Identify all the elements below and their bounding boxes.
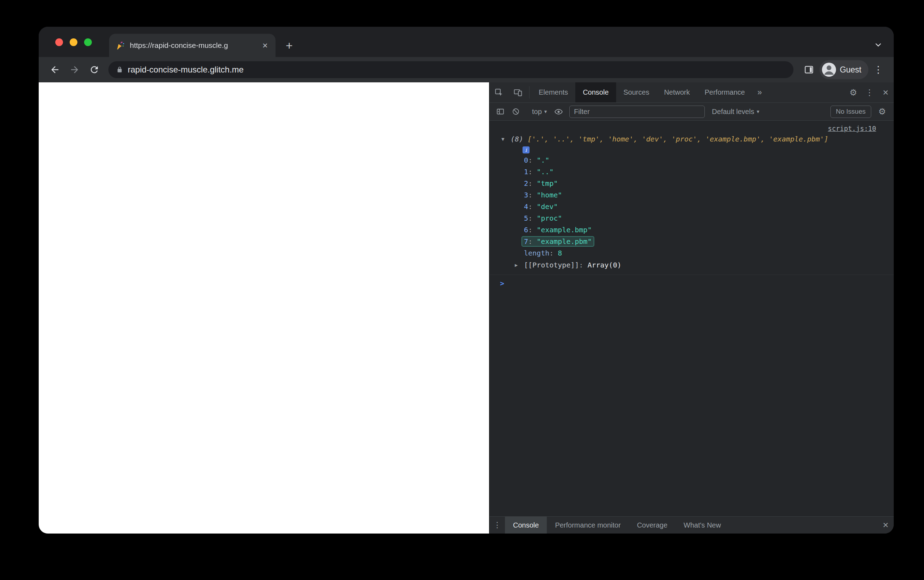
issues-button[interactable]: No Issues bbox=[830, 105, 871, 118]
array-item: 2: "tmp" bbox=[490, 178, 894, 189]
context-label: top bbox=[532, 108, 542, 116]
prototype-key: [[Prototype]] bbox=[524, 261, 579, 269]
tab-sources[interactable]: Sources bbox=[616, 82, 657, 102]
window-content: Elements Console Sources Network Perform… bbox=[39, 82, 894, 534]
drawer-tab-console[interactable]: Console bbox=[505, 517, 547, 534]
array-item: 4: "dev" bbox=[490, 201, 894, 213]
array-preview-text: ['.', '..', 'tmp', 'home', 'dev', 'proc'… bbox=[528, 135, 828, 143]
page-content bbox=[39, 82, 489, 534]
log-levels-selector[interactable]: Default levels ▾ bbox=[708, 108, 763, 116]
log-levels-label: Default levels bbox=[712, 108, 754, 116]
item-key: 6 bbox=[524, 226, 528, 234]
browser-menu-button[interactable]: ⋮ bbox=[870, 61, 887, 78]
drawer-tab-whats-new[interactable]: What's New bbox=[676, 517, 729, 534]
drawer-tab-performance-monitor[interactable]: Performance monitor bbox=[547, 517, 629, 534]
drawer-spacer bbox=[729, 517, 878, 534]
back-button[interactable] bbox=[46, 61, 64, 79]
devtools-close-button[interactable]: × bbox=[878, 82, 894, 102]
collapsed-triangle-icon[interactable]: ▶ bbox=[515, 259, 524, 271]
item-value: "." bbox=[537, 156, 549, 164]
item-value: "proc" bbox=[537, 214, 562, 222]
console-prompt[interactable]: > bbox=[490, 275, 894, 288]
tab-console[interactable]: Console bbox=[575, 82, 616, 102]
item-key: 7 bbox=[524, 237, 528, 246]
tab-title: https://rapid-concise-muscle.g bbox=[130, 41, 256, 49]
item-colon: : bbox=[528, 203, 537, 211]
browser-toolbar: rapid-concise-muscle.glitch.me Guest ⋮ bbox=[39, 57, 894, 82]
drawer-menu-button[interactable]: ⋮ bbox=[490, 517, 505, 534]
tabbar-spacer bbox=[767, 82, 845, 102]
devtools-menu-button[interactable]: ⋮ bbox=[862, 82, 878, 102]
profile-chip[interactable]: Guest bbox=[819, 60, 868, 79]
item-colon: : bbox=[579, 261, 588, 269]
prompt-chevron-icon: > bbox=[500, 279, 504, 288]
tab-network[interactable]: Network bbox=[657, 82, 697, 102]
new-tab-button[interactable]: + bbox=[281, 37, 297, 53]
source-location-link[interactable]: script.js:10 bbox=[828, 124, 876, 133]
window-minimize-button[interactable] bbox=[70, 38, 77, 46]
more-tabs-button[interactable]: » bbox=[752, 82, 767, 102]
tab-close-button[interactable]: × bbox=[260, 40, 270, 51]
item-key: 3 bbox=[524, 191, 528, 199]
drawer-close-button[interactable]: × bbox=[878, 517, 894, 534]
drawer-tab-coverage[interactable]: Coverage bbox=[629, 517, 676, 534]
array-item: 1: ".." bbox=[490, 166, 894, 178]
tab-performance[interactable]: Performance bbox=[697, 82, 753, 102]
item-colon: : bbox=[528, 191, 537, 199]
info-icon: i bbox=[523, 147, 529, 153]
party-popper-favicon bbox=[115, 41, 125, 50]
context-selector[interactable]: top ▾ bbox=[528, 108, 550, 116]
item-value: "example.pbm" bbox=[537, 237, 592, 246]
info-row: i bbox=[490, 145, 894, 155]
array-item: 5: "proc" bbox=[490, 213, 894, 224]
console-sidebar-icon[interactable] bbox=[493, 104, 508, 119]
item-value: "home" bbox=[537, 191, 562, 199]
prototype-value: Array(0) bbox=[588, 261, 621, 269]
array-length-row: length: 8 bbox=[490, 247, 894, 259]
array-item-highlighted: 7: "example.pbm" bbox=[490, 236, 894, 247]
live-expression-eye-icon[interactable] bbox=[551, 104, 566, 119]
item-value: "example.bmp" bbox=[537, 226, 592, 234]
expand-triangle-icon[interactable]: ▼ bbox=[501, 133, 511, 145]
side-panel-button[interactable] bbox=[800, 61, 818, 79]
reload-button[interactable] bbox=[85, 61, 104, 79]
array-count: (8) bbox=[511, 135, 523, 143]
browser-tab[interactable]: https://rapid-concise-muscle.g × bbox=[109, 34, 276, 57]
item-colon: : bbox=[528, 179, 537, 188]
window-zoom-button[interactable] bbox=[84, 38, 92, 46]
filter-input[interactable] bbox=[569, 105, 705, 118]
console-settings-gear-icon[interactable]: ⚙ bbox=[874, 107, 890, 117]
item-colon: : bbox=[549, 249, 558, 257]
profile-name: Guest bbox=[840, 65, 862, 75]
devtools-settings-gear-icon[interactable]: ⚙ bbox=[845, 82, 862, 102]
lock-icon bbox=[116, 66, 123, 73]
item-colon: : bbox=[528, 237, 537, 246]
item-key: 5 bbox=[524, 214, 528, 222]
window-close-button[interactable] bbox=[55, 38, 63, 46]
length-key: length bbox=[524, 249, 549, 257]
array-item: 6: "example.bmp" bbox=[490, 224, 894, 236]
array-item: 3: "home" bbox=[490, 189, 894, 201]
tab-elements[interactable]: Elements bbox=[531, 82, 575, 102]
devtools-tabbar: Elements Console Sources Network Perform… bbox=[490, 82, 894, 103]
device-toolbar-icon[interactable] bbox=[508, 82, 528, 102]
prototype-row: ▶[[Prototype]]: Array(0) bbox=[490, 259, 894, 271]
item-key: 0 bbox=[524, 156, 528, 164]
tab-search-chevron-icon[interactable] bbox=[873, 40, 883, 50]
forward-button[interactable] bbox=[66, 61, 84, 79]
devtools-drawer: ⋮ Console Performance monitor Coverage W… bbox=[490, 516, 894, 534]
console-message: script.js:10 ▼(8) ['.', '..', 'tmp', 'ho… bbox=[490, 124, 894, 275]
url-text: rapid-concise-muscle.glitch.me bbox=[128, 65, 243, 75]
item-colon: : bbox=[528, 156, 537, 164]
item-value: "tmp" bbox=[537, 179, 558, 188]
clear-console-icon[interactable] bbox=[508, 104, 523, 119]
chevron-down-icon: ▾ bbox=[756, 109, 759, 115]
address-bar[interactable]: rapid-concise-muscle.glitch.me bbox=[109, 61, 794, 78]
array-preview-row: ▼(8) ['.', '..', 'tmp', 'home', 'dev', '… bbox=[490, 133, 894, 145]
item-value: ".." bbox=[537, 168, 554, 176]
length-value: 8 bbox=[558, 249, 562, 257]
inspect-element-icon[interactable] bbox=[490, 82, 508, 102]
item-colon: : bbox=[528, 214, 537, 222]
console-output: script.js:10 ▼(8) ['.', '..', 'tmp', 'ho… bbox=[490, 121, 894, 516]
separator bbox=[529, 86, 529, 99]
